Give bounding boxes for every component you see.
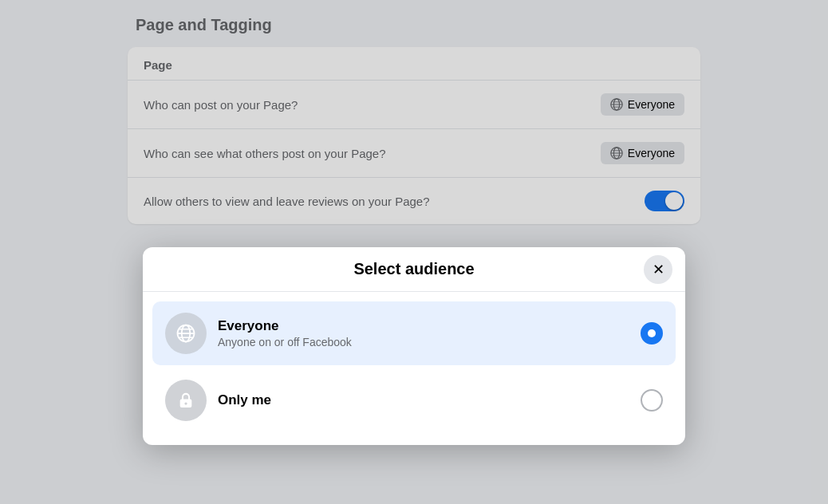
only-me-radio[interactable] [641, 389, 663, 411]
lock-icon-only-me [175, 390, 196, 411]
everyone-radio[interactable] [641, 322, 663, 345]
only-me-option-name: Only me [218, 392, 629, 408]
everyone-option-desc: Anyone on or off Facebook [218, 336, 629, 348]
svg-point-16 [184, 402, 187, 404]
everyone-option-text: Everyone Anyone on or off Facebook [218, 318, 629, 348]
only-me-option-text: Only me [218, 392, 629, 408]
audience-option-only-me[interactable]: Only me [152, 368, 676, 432]
audience-option-everyone[interactable]: Everyone Anyone on or off Facebook [152, 301, 676, 365]
modal-header: Select audience ✕ [143, 247, 685, 292]
modal-overlay: Select audience ✕ Every [0, 0, 828, 504]
select-audience-modal: Select audience ✕ Every [143, 247, 685, 445]
modal-title: Select audience [353, 260, 474, 278]
only-me-icon-wrap [165, 380, 207, 421]
close-icon: ✕ [653, 261, 664, 278]
globe-icon-everyone [175, 322, 197, 345]
everyone-option-name: Everyone [218, 318, 629, 334]
modal-body: Everyone Anyone on or off Facebook Only … [143, 292, 685, 445]
everyone-icon-wrap [165, 313, 207, 354]
modal-close-button[interactable]: ✕ [644, 255, 672, 284]
